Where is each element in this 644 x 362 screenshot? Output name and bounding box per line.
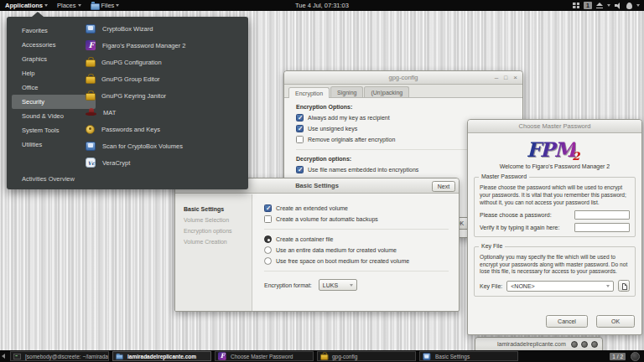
checkbox[interactable] bbox=[296, 166, 304, 173]
wizard-steps-sidebar: Basic Settings Volume Selection Encrypti… bbox=[175, 194, 252, 311]
chevron-down-icon bbox=[116, 4, 119, 7]
browse-key-file-button[interactable] bbox=[618, 280, 630, 292]
chevron-down-icon bbox=[607, 4, 610, 7]
fpm-logo: FPM2 bbox=[468, 137, 641, 161]
minimize-icon[interactable] bbox=[495, 75, 498, 81]
checkbox[interactable] bbox=[296, 136, 304, 143]
task-label: [somebody@discreete: ~/lamirada... bbox=[25, 354, 109, 359]
applications-menu-button[interactable]: Applications bbox=[5, 2, 48, 9]
radio-row-container-file[interactable]: Create a container file bbox=[264, 235, 459, 243]
menu-item-label: GnuPG Group Editor bbox=[101, 75, 160, 83]
chevron-down-icon bbox=[636, 4, 640, 7]
checkbox-label: Create a volume for automatic backups bbox=[276, 216, 378, 222]
volume-icon[interactable] bbox=[615, 3, 622, 9]
checkbox[interactable] bbox=[264, 215, 272, 223]
checkbox[interactable] bbox=[264, 204, 272, 212]
close-icon[interactable] bbox=[591, 341, 598, 348]
encryption-options-heading: Encryption Options: bbox=[296, 104, 522, 110]
fpm-icon bbox=[86, 40, 96, 50]
step-encryption-options: Encryption options bbox=[184, 228, 252, 234]
fpm-titlebar[interactable]: Choose Master Password bbox=[468, 120, 641, 133]
tab-encryption[interactable]: Encryption bbox=[288, 87, 330, 98]
system-tray: 1 bbox=[573, 0, 640, 11]
task-basic-settings[interactable]: Basic Settings bbox=[419, 351, 518, 361]
files-menu-button[interactable]: Files bbox=[91, 2, 120, 10]
menu-item-gnupg-keyring-janitor[interactable]: GnuPG Keyring Janitor bbox=[80, 87, 245, 104]
hat-icon bbox=[86, 108, 96, 117]
fpm-logo-sub: 2 bbox=[572, 150, 579, 163]
checkbox-row-extended-volume[interactable]: Create an extended volume bbox=[264, 204, 459, 212]
menu-item-gnupg-configuration[interactable]: GnuPG Configuration bbox=[80, 54, 245, 70]
window-title: gpg-config bbox=[388, 74, 418, 81]
clock[interactable]: Tue 4 Jul, 07:31:03 bbox=[295, 2, 349, 9]
task-terminal[interactable]: [somebody@discreete: ~/lamirada... bbox=[10, 351, 109, 361]
key-file-group: Key File Optionally you may specify the … bbox=[474, 246, 636, 297]
step-volume-selection: Volume Selection bbox=[184, 217, 252, 223]
next-button[interactable]: Next bbox=[432, 181, 455, 192]
verify-row: Verify it by typing it again here: bbox=[480, 223, 630, 232]
workspace-pager[interactable]: 1 / 2 bbox=[610, 353, 626, 360]
background-window-titlebar[interactable]: lamiradadelreplicante.com bbox=[475, 338, 602, 351]
menu-item-gnupg-group-editor[interactable]: GnuPG Group Editor bbox=[80, 70, 245, 87]
master-password-description: Please choose the password which will be… bbox=[480, 184, 630, 207]
menu-item-passwords-and-keys[interactable]: Passwords and Keys bbox=[80, 121, 245, 137]
tab-signing[interactable]: Signing bbox=[330, 86, 363, 97]
encryption-format-dropdown[interactable]: LUKS bbox=[319, 279, 357, 291]
eject-icon[interactable] bbox=[596, 3, 603, 8]
step-basic-settings[interactable]: Basic Settings bbox=[184, 206, 252, 212]
task-file-manager[interactable]: lamiradadelreplicante.com bbox=[112, 351, 211, 361]
close-icon[interactable] bbox=[513, 75, 517, 81]
window-controls bbox=[571, 341, 598, 348]
gpg-config-titlebar[interactable]: gpg-config bbox=[284, 71, 522, 85]
radio-row-free-space-boot-medium[interactable]: Use free space on boot medium for create… bbox=[264, 257, 459, 265]
minimize-icon[interactable] bbox=[571, 341, 578, 348]
radio-button[interactable] bbox=[264, 246, 272, 254]
activities-overview-button[interactable]: Activities Overview bbox=[22, 175, 75, 183]
menu-item-scan-cryptobox-volumes[interactable]: Scan for CryptoBox Volumes bbox=[80, 137, 245, 154]
checkbox[interactable] bbox=[296, 114, 304, 122]
cancel-button[interactable]: Cancel bbox=[546, 315, 588, 328]
ok-button[interactable]: OK bbox=[596, 315, 635, 328]
checkbox-row-automatic-backups[interactable]: Create a volume for automatic backups bbox=[264, 215, 459, 223]
basic-settings-dialog: Basic Settings Next Basic Settings Volum… bbox=[174, 178, 460, 312]
checkbox[interactable] bbox=[296, 125, 304, 132]
key-file-dropdown[interactable]: <NONE> bbox=[506, 281, 614, 292]
dropdown-value: LUKS bbox=[323, 282, 338, 288]
gpg-tab-bar: Encryption Signing (Un)packing bbox=[284, 85, 522, 98]
menu-item-figaros-password-manager[interactable]: Figaro's Password Manager 2 bbox=[80, 37, 245, 54]
taskbar: [somebody@discreete: ~/lamirada... lamir… bbox=[0, 350, 644, 362]
tab-unpacking[interactable]: (Un)packing bbox=[364, 86, 409, 97]
padlock-icon bbox=[86, 90, 95, 101]
fpm-icon bbox=[218, 352, 226, 360]
task-gpg-config[interactable]: gpg-config bbox=[317, 351, 416, 361]
window-list-icon[interactable] bbox=[573, 3, 579, 8]
menu-item-cryptobox-wizard[interactable]: CryptoBox Wizard bbox=[80, 20, 245, 37]
chevron-down-icon bbox=[44, 4, 48, 7]
applications-menu-panel: Favorites Accessories Graphics Help Offi… bbox=[7, 17, 248, 189]
radio-button[interactable] bbox=[264, 235, 272, 243]
maximize-icon[interactable] bbox=[504, 75, 507, 81]
verify-password-input[interactable] bbox=[574, 223, 630, 232]
menu-arrow bbox=[32, 12, 44, 17]
task-label: Choose Master Password bbox=[231, 354, 293, 359]
places-menu-button[interactable]: Places bbox=[57, 2, 81, 9]
task-choose-master-password[interactable]: Choose Master Password bbox=[215, 351, 314, 361]
checkbox-label: Create an extended volume bbox=[276, 205, 348, 211]
workspace-badge[interactable]: 1 bbox=[584, 2, 592, 9]
radio-row-entire-data-medium[interactable]: Use an entire data medium for created vo… bbox=[264, 246, 459, 254]
menu-item-label: CryptoBox Wizard bbox=[102, 25, 153, 33]
radio-button[interactable] bbox=[264, 257, 272, 265]
password-input[interactable] bbox=[574, 210, 630, 220]
password-label: Please choose a password: bbox=[480, 212, 552, 218]
encryption-format-label: Encryption format: bbox=[264, 282, 312, 288]
power-icon[interactable] bbox=[626, 3, 632, 9]
panel-arrow-icon[interactable] bbox=[2, 354, 5, 359]
maximize-icon[interactable] bbox=[581, 341, 588, 348]
menu-item-label: VeraCrypt bbox=[102, 159, 130, 167]
menu-item-mat[interactable]: MAT bbox=[80, 104, 245, 121]
menu-item-label: MAT bbox=[103, 109, 116, 116]
notification-icon[interactable] bbox=[631, 352, 640, 361]
menu-item-veracrypt[interactable]: VeraCrypt bbox=[80, 154, 245, 171]
window-title: lamiradadelreplicante.com bbox=[497, 341, 566, 347]
padlock-icon bbox=[86, 57, 95, 67]
